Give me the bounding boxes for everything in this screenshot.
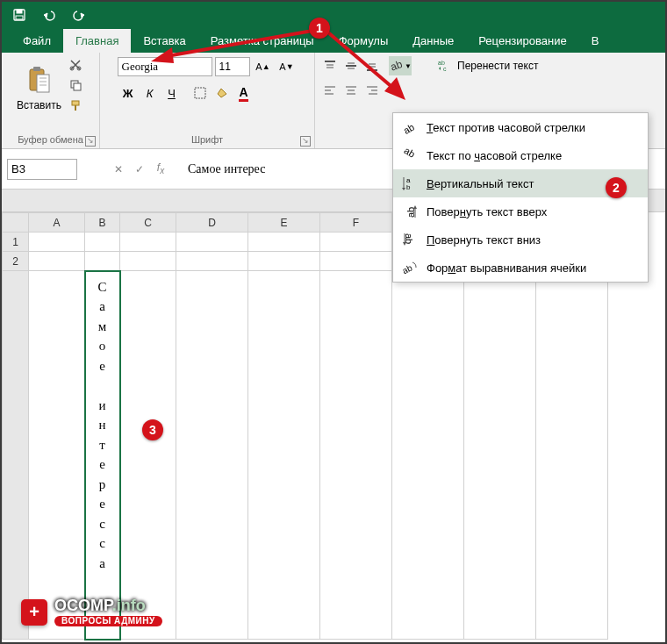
col-header-F[interactable]: F	[320, 213, 392, 233]
svg-marker-53	[151, 47, 174, 63]
cell-B3[interactable]: Самое интересса	[85, 271, 120, 640]
svg-marker-3	[44, 13, 47, 18]
svg-rect-2	[16, 16, 23, 19]
callout-2: 2	[606, 177, 627, 198]
row-header-3[interactable]	[3, 271, 29, 640]
orientation-cw[interactable]: ab Текст по часовой стрелке	[393, 141, 648, 169]
group-clipboard-label: Буфер обмена	[18, 132, 83, 147]
svg-rect-1	[17, 10, 22, 13]
insert-function-button[interactable]: fx	[151, 160, 170, 179]
watermark: + OCOMP.info ВОПРОСЫ АДМИНУ	[21, 597, 162, 626]
redo-button[interactable]	[68, 4, 90, 25]
tab-review[interactable]: Рецензирование	[466, 29, 578, 53]
col-header-A[interactable]: A	[29, 213, 85, 233]
cancel-formula-button[interactable]: ✕	[109, 160, 128, 179]
watermark-badge: +	[21, 599, 47, 626]
select-all-corner[interactable]	[3, 213, 29, 233]
group-font-label: Шрифт	[191, 132, 223, 147]
format-painter-button[interactable]	[66, 97, 85, 114]
orientation-ccw[interactable]: ab Текст против часовой стрелки	[393, 113, 648, 141]
svg-text:b: b	[406, 183, 411, 191]
callout-3: 3	[142, 419, 163, 440]
col-header-E[interactable]: E	[248, 213, 320, 233]
fill-color-button[interactable]	[212, 82, 233, 104]
svg-marker-55	[384, 77, 405, 100]
orientation-menu: ab Текст против часовой стрелки ab Текст…	[392, 112, 649, 283]
svg-rect-16	[75, 105, 76, 111]
borders-button[interactable]	[190, 82, 211, 104]
col-header-D[interactable]: D	[176, 213, 248, 233]
svg-rect-14	[74, 83, 81, 90]
svg-rect-7	[37, 75, 49, 92]
copy-button[interactable]	[66, 76, 85, 94]
svg-text:ab: ab	[438, 60, 445, 66]
name-box[interactable]	[7, 159, 77, 180]
watermark-info: .info	[112, 597, 146, 614]
wrap-text-button[interactable]: abc Перенести текст	[433, 56, 543, 75]
bold-button[interactable]: Ж	[118, 82, 139, 104]
tab-home[interactable]: Главная	[63, 29, 131, 53]
undo-button[interactable]	[39, 4, 60, 25]
italic-button[interactable]: К	[140, 82, 161, 104]
callout-1: 1	[309, 18, 330, 39]
annotation-arrow-1a	[142, 19, 335, 72]
save-button[interactable]	[9, 4, 30, 25]
annotation-arrow-1b	[318, 21, 423, 109]
svg-text:ab: ab	[402, 262, 414, 275]
svg-rect-15	[72, 101, 79, 105]
cell-B3-content: Самое интересса	[86, 277, 119, 574]
watermark-sub: ВОПРОСЫ АДМИНУ	[54, 616, 162, 626]
col-header-C[interactable]: C	[120, 213, 176, 233]
font-color-button[interactable]: А	[233, 82, 255, 104]
group-clipboard: Вставить Буфер обмена	[2, 53, 100, 148]
row-header-1[interactable]: 1	[3, 233, 29, 252]
font-dialog-launcher[interactable]	[300, 136, 311, 147]
underline-button[interactable]: Ч	[161, 82, 183, 104]
orientation-down[interactable]: ab Повернуть текст вниз	[393, 225, 648, 254]
row-header-2[interactable]: 2	[3, 252, 29, 271]
orientation-up[interactable]: ab Повернуть текст вверх	[393, 197, 648, 225]
col-header-B[interactable]: B	[85, 213, 120, 233]
svg-line-52	[167, 30, 318, 56]
svg-marker-4	[81, 13, 84, 18]
svg-rect-6	[33, 67, 40, 71]
svg-text:ab: ab	[403, 147, 418, 160]
tab-view[interactable]: В	[579, 29, 612, 53]
paste-button[interactable]: Вставить	[17, 56, 62, 121]
clipboard-dialog-launcher[interactable]	[85, 136, 96, 147]
cut-button[interactable]	[66, 56, 85, 74]
orientation-format-cells[interactable]: ab Формат выравнивания ячейки	[393, 254, 648, 282]
tab-file[interactable]: Файл	[11, 29, 63, 53]
svg-rect-17	[195, 88, 205, 98]
enter-formula-button[interactable]: ✓	[130, 160, 149, 179]
svg-marker-44	[402, 188, 405, 190]
orientation-ccw-label: екст против часовой стрелки	[433, 121, 585, 134]
paste-label: Вставить	[17, 99, 61, 111]
svg-line-54	[323, 28, 395, 89]
watermark-main: OCOMP	[54, 597, 112, 614]
wrap-text-icon: abc	[438, 60, 452, 72]
wrap-text-label: Перенести текст	[457, 60, 538, 72]
svg-text:c: c	[443, 66, 447, 72]
svg-text:ab: ab	[402, 122, 416, 135]
